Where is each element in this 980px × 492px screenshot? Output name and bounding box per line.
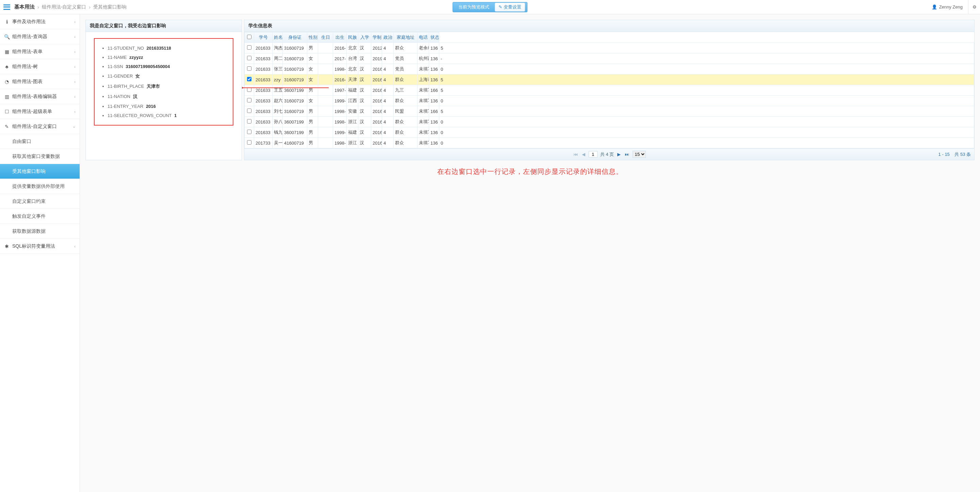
- table-row[interactable]: 201633周二31600719女2017-台湾汉20194党员杭州西湖136-: [245, 53, 974, 64]
- column-header[interactable]: 入学: [358, 32, 371, 43]
- table-cell: 女: [307, 53, 318, 64]
- table-row[interactable]: 201633王五36007199男1997-福建汉20164九三未填写1665: [245, 85, 974, 96]
- sidebar-item[interactable]: ▥组件用法-表格编辑器‹: [0, 89, 80, 104]
- table-row[interactable]: 201633刘七31600719男1998-安徽汉20164民盟未填写1665: [245, 106, 974, 117]
- sidebar-item[interactable]: ✱SQL标识符变量用法‹: [0, 239, 80, 254]
- sidebar-item[interactable]: ✎组件用法-自定义窗口⌄: [0, 119, 80, 134]
- row-checkbox-cell: [245, 85, 254, 96]
- row-checkbox[interactable]: [247, 77, 251, 81]
- table-cell: 淘杰: [272, 43, 283, 53]
- table-cell: 2016: [371, 106, 382, 117]
- table-cell: 201633: [254, 43, 272, 53]
- sidebar: ℹ事件及动作用法‹🔍组件用法-查询器‹▦组件用法-表单‹♣组件用法-树‹◔组件用…: [0, 14, 80, 492]
- user-menu[interactable]: 👤 Zenny Zeng: [932, 5, 963, 10]
- table-row[interactable]: 201633zzy31600719女2016-天津汉20164群众上海市浦东13…: [245, 75, 974, 85]
- select-all-checkbox[interactable]: [247, 35, 251, 39]
- breadcrumb-root[interactable]: 基本用法: [14, 4, 35, 10]
- column-header[interactable]: 姓名: [272, 32, 283, 43]
- column-header[interactable]: 状态: [429, 32, 439, 43]
- sidebar-subitem[interactable]: 触发自定义事件: [0, 209, 80, 224]
- table-cell: 5: [439, 43, 974, 53]
- sidebar-subitem[interactable]: 自定义窗口约束: [0, 194, 80, 209]
- sidebar-item[interactable]: ▦组件用法-表单‹: [0, 44, 80, 59]
- row-checkbox[interactable]: [247, 45, 251, 50]
- sidebar-item-label: 组件用法-自定义窗口: [12, 124, 57, 130]
- table-cell: 1997-: [333, 85, 347, 96]
- table-cell: 未填写: [417, 64, 429, 75]
- column-header[interactable]: 民族: [347, 32, 358, 43]
- table-cell: zzy: [272, 75, 283, 85]
- column-header[interactable]: 身份证: [283, 32, 307, 43]
- table-cell: 福建: [347, 127, 358, 138]
- row-checkbox[interactable]: [247, 119, 251, 124]
- table-cell: 男: [307, 127, 318, 138]
- table-row[interactable]: 201633张三31600719女1998-北京汉20164党员未填写1360: [245, 64, 974, 75]
- table-cell: 31600719: [283, 96, 307, 106]
- table-row[interactable]: 201733吴一41600719男1998-浙江汉20164群众未填写1360: [245, 138, 974, 148]
- sidebar-item[interactable]: ☐组件用法-超级表单‹: [0, 104, 80, 119]
- settings-button[interactable]: ⚙: [968, 0, 977, 14]
- table-row[interactable]: 201633钱九36007199男1999-福建汉20164群众未填写1360: [245, 127, 974, 138]
- sidebar-subitem[interactable]: 提供变量数据供外部使用: [0, 179, 80, 194]
- page-last-button[interactable]: ⏭: [624, 152, 630, 157]
- table-cell: 女: [307, 75, 318, 85]
- row-checkbox[interactable]: [247, 98, 251, 102]
- sidebar-subitem[interactable]: 受其他窗口影响: [0, 164, 80, 179]
- sidebar-item-label: 组件用法-图表: [12, 79, 43, 85]
- detail-item: 11-SELECTED_ROWS_COUNT 1: [108, 111, 227, 120]
- breadcrumb-mid[interactable]: 组件用法-自定义窗口: [42, 4, 86, 10]
- chevron-right-icon: ›: [37, 5, 39, 10]
- table-cell: 女: [307, 64, 318, 75]
- row-checkbox-cell: [245, 75, 254, 85]
- detail-item: 11-GENDER 女: [108, 71, 227, 81]
- page-number-input[interactable]: [589, 151, 598, 158]
- sidebar-item[interactable]: ♣组件用法-树‹: [0, 59, 80, 74]
- sidebar-item[interactable]: ℹ事件及动作用法‹: [0, 14, 80, 29]
- column-header[interactable]: 出生: [333, 32, 347, 43]
- user-icon: 👤: [932, 5, 937, 10]
- table-cell: 汉: [358, 75, 371, 85]
- sidebar-item[interactable]: ◔组件用法-图表‹: [0, 74, 80, 89]
- table-cell: 汉: [358, 127, 371, 138]
- page-prev-button[interactable]: ◀: [581, 152, 586, 157]
- table-cell: 江西: [347, 96, 358, 106]
- column-header[interactable]: 生日: [318, 32, 333, 43]
- table-row[interactable]: 201633孙八36007199男1998-浙江汉20164群众未填写1360: [245, 117, 974, 127]
- sidebar-subitem[interactable]: 获取其他窗口变量数据: [0, 149, 80, 164]
- row-checkbox[interactable]: [247, 66, 251, 71]
- sidebar-subitem[interactable]: 自由窗口: [0, 134, 80, 149]
- table-row[interactable]: 201633淘杰31600719男2016-北京汉20124群众老余杭凉都136…: [245, 43, 974, 53]
- table-cell: 201633: [254, 75, 272, 85]
- page-first-button[interactable]: ⏮: [573, 152, 579, 157]
- sidebar-item[interactable]: 🔍组件用法-查询器‹: [0, 29, 80, 44]
- table-cell: 1998-: [333, 64, 347, 75]
- table-cell: 4: [382, 106, 394, 117]
- row-checkbox[interactable]: [247, 56, 251, 60]
- table-cell: 136: [429, 117, 439, 127]
- row-checkbox-cell: [245, 127, 254, 138]
- sidebar-item-icon: ☐: [4, 109, 10, 114]
- table-cell: 41600719: [283, 138, 307, 148]
- column-header[interactable]: 学制: [371, 32, 382, 43]
- row-checkbox[interactable]: [247, 88, 251, 92]
- row-checkbox[interactable]: [247, 108, 251, 113]
- row-checkbox[interactable]: [247, 130, 251, 134]
- page-size-select[interactable]: 15: [633, 151, 646, 158]
- variable-settings-button[interactable]: ✎ 变量设置: [495, 3, 525, 11]
- column-header[interactable]: 电话: [417, 32, 429, 43]
- column-header[interactable]: 学号: [254, 32, 272, 43]
- chevron-icon: ‹: [74, 95, 76, 99]
- table-cell: 张三: [272, 64, 283, 75]
- column-header[interactable]: 性别: [307, 32, 318, 43]
- table-row[interactable]: 201633赵六31600719女1999-江西汉20164群众未填写1360: [245, 96, 974, 106]
- hamburger-icon[interactable]: [3, 5, 10, 10]
- sidebar-item-label: 组件用法-树: [12, 64, 38, 70]
- sidebar-subitem[interactable]: 获取数据源数据: [0, 224, 80, 239]
- column-header[interactable]: 政治: [382, 32, 394, 43]
- page-next-button[interactable]: ▶: [617, 152, 621, 157]
- table-cell: 群众: [394, 127, 417, 138]
- row-checkbox[interactable]: [247, 140, 251, 145]
- column-header[interactable]: 家庭地址: [394, 32, 417, 43]
- sidebar-item-icon: ℹ: [4, 19, 10, 24]
- preview-mode-banner: 当前为预览模式 ✎ 变量设置: [453, 2, 527, 12]
